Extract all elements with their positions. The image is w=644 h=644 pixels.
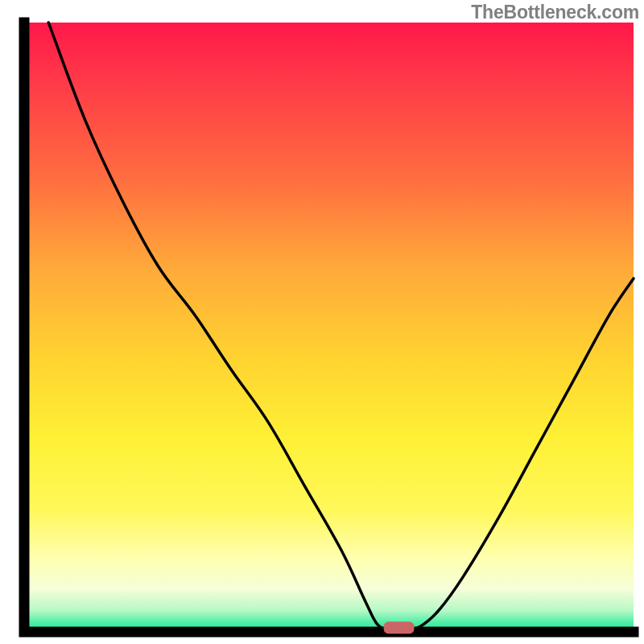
bottleneck-chart: TheBottleneck.com	[0, 0, 644, 644]
plot-background	[24, 23, 634, 632]
chart-svg	[0, 0, 644, 644]
optimum-marker	[384, 621, 415, 634]
